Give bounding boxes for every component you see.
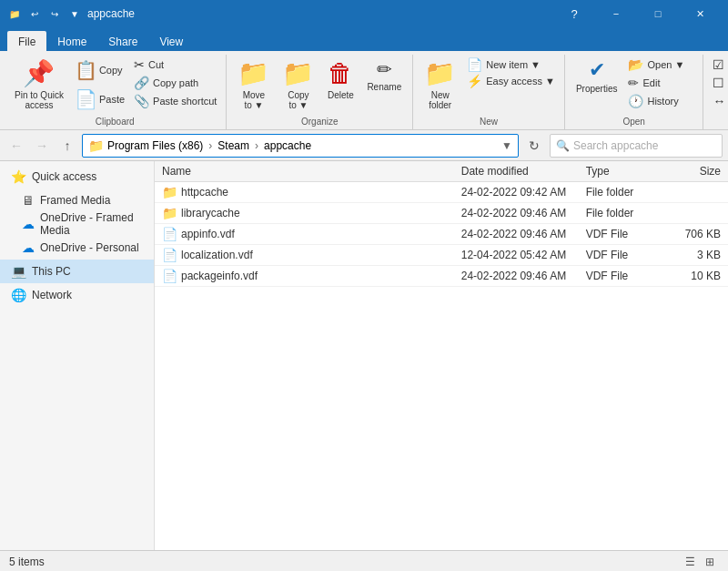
organize-content: 📁 Moveto ▼ 📁 Copyto ▼ 🗑 Delete ✏ Rename	[232, 55, 407, 115]
properties-button[interactable]: ✔ Properties	[571, 56, 623, 96]
address-dropdown-icon[interactable]: ▼	[501, 139, 512, 152]
title-bar: 📁 ↩ ↪ ▼ appcache ? − □ ✕	[0, 0, 728, 27]
pin-to-quick-access-button[interactable]: 📌 Pin to Quickaccess	[9, 56, 69, 112]
sidebar-item-framed-media[interactable]: 🖥 Framed Media	[0, 189, 154, 212]
file-name: localization.vdf	[181, 249, 253, 261]
sidebar-item-onedrive-framed[interactable]: ☁ OneDrive - Framed Media	[0, 212, 154, 236]
star-icon: ⭐	[11, 169, 26, 184]
tab-view[interactable]: View	[148, 31, 194, 51]
sidebar-item-network[interactable]: 🌐 Network	[0, 283, 154, 307]
easy-access-button[interactable]: ⚡ Easy access ▼	[463, 73, 559, 89]
sidebar-label-onedrive-framed: OneDrive - Framed Media	[40, 211, 147, 237]
maximize-button[interactable]: □	[637, 0, 679, 27]
ribbon-group-new: 📁 Newfolder 📄 New item ▼ ⚡ Easy access ▼…	[413, 55, 565, 129]
copy-label: Copy	[99, 65, 123, 76]
ribbon-group-organize: 📁 Moveto ▼ 📁 Copyto ▼ 🗑 Delete ✏ Rename …	[227, 55, 413, 129]
address-sep-2: ›	[255, 139, 258, 152]
new-folder-label: Newfolder	[429, 90, 451, 110]
table-row[interactable]: 📄 appinfo.vdf 24-02-2022 09:46 AM VDF Fi…	[155, 224, 728, 245]
large-icons-view-button[interactable]: ⊞	[701, 554, 719, 570]
sidebar-item-onedrive-personal[interactable]: ☁ OneDrive - Personal	[0, 236, 154, 260]
title-right: ? − □ ✕	[553, 0, 721, 27]
invert-selection-button[interactable]: ↔ Invert selection	[709, 93, 728, 109]
file-type: VDF File	[579, 245, 669, 266]
properties-icon: ✔	[589, 58, 605, 82]
back-button[interactable]: ←	[5, 135, 27, 157]
copy-button[interactable]: 📋 Copy	[71, 56, 128, 84]
new-item-wrapper: 📄 New item ▼ ⚡ Easy access ▼	[463, 56, 559, 89]
paste-shortcut-button[interactable]: 📎 Paste shortcut	[130, 93, 220, 109]
table-row[interactable]: 📁 httpcache 24-02-2022 09:42 AM File fol…	[155, 182, 728, 203]
table-row[interactable]: 📄 packageinfo.vdf 24-02-2022 09:46 AM VD…	[155, 266, 728, 287]
delete-icon: 🗑	[328, 58, 353, 88]
col-date[interactable]: Date modified	[454, 161, 579, 182]
table-row[interactable]: 📄 localization.vdf 12-04-2022 05:42 AM V…	[155, 245, 728, 266]
sidebar: ⭐ Quick access 🖥 Framed Media ☁ OneDrive…	[0, 161, 155, 550]
new-folder-button[interactable]: 📁 Newfolder	[419, 56, 461, 112]
col-type[interactable]: Type	[579, 161, 669, 182]
title-undo-icon[interactable]: ↩	[27, 6, 42, 21]
easy-access-icon: ⚡	[467, 75, 482, 87]
cut-button[interactable]: ✂ Cut	[130, 56, 220, 73]
sidebar-item-quick-access[interactable]: ⭐ Quick access	[0, 165, 154, 189]
title-redo-icon[interactable]: ↪	[47, 6, 62, 21]
new-item-label: New item ▼	[486, 59, 541, 70]
forward-button[interactable]: →	[31, 135, 53, 157]
file-name: httpcache	[181, 186, 228, 199]
status-bar: 5 items ☰ ⊞	[0, 550, 728, 571]
details-view-button[interactable]: ☰	[681, 554, 699, 570]
paste-button[interactable]: 📄 Paste	[71, 86, 128, 113]
ribbon-group-clipboard: 📌 Pin to Quickaccess 📋 Copy 📄 Paste ✂ Cu…	[4, 55, 227, 129]
search-bar[interactable]: 🔍 Search appcache	[550, 134, 723, 158]
sidebar-item-this-pc[interactable]: 💻 This PC	[0, 260, 154, 283]
header-row: Name Date modified Type Size	[155, 161, 728, 182]
file-type: VDF File	[579, 224, 669, 245]
tab-file[interactable]: File	[7, 31, 46, 51]
move-to-button[interactable]: 📁 Moveto ▼	[232, 56, 275, 112]
title-down-icon[interactable]: ▼	[67, 6, 82, 21]
framed-media-icon: 🖥	[22, 193, 35, 208]
history-button[interactable]: 🕐 History	[624, 93, 697, 109]
select-none-icon: ☐	[713, 76, 724, 89]
sidebar-label-onedrive-personal: OneDrive - Personal	[40, 241, 139, 254]
new-item-icon: 📄	[467, 58, 482, 71]
col-size[interactable]: Size	[668, 161, 728, 182]
close-button[interactable]: ✕	[679, 0, 721, 27]
refresh-button[interactable]: ↻	[522, 134, 546, 158]
file-date: 24-02-2022 09:46 AM	[454, 224, 579, 245]
item-count: 5 items	[9, 556, 45, 568]
rename-button[interactable]: ✏ Rename	[361, 56, 407, 94]
tab-home[interactable]: Home	[46, 31, 97, 51]
copy-path-button[interactable]: 🔗 Copy path	[130, 75, 220, 91]
file-table-body: 📁 httpcache 24-02-2022 09:42 AM File fol…	[155, 182, 728, 287]
file-name: appinfo.vdf	[181, 228, 235, 240]
sidebar-label-network: Network	[32, 289, 72, 301]
this-pc-icon: 💻	[11, 264, 26, 279]
search-placeholder: Search appcache	[573, 139, 658, 152]
delete-button[interactable]: 🗑 Delete	[321, 56, 359, 102]
delete-label: Delete	[328, 90, 354, 100]
file-type: File folder	[579, 203, 669, 224]
file-date: 24-02-2022 09:46 AM	[454, 203, 579, 224]
copy-path-label: Copy path	[153, 77, 198, 88]
rename-label: Rename	[367, 82, 401, 92]
open-dropdown-button[interactable]: 📂 Open ▼	[624, 56, 697, 73]
edit-button[interactable]: ✏ Edit	[624, 75, 697, 91]
up-button[interactable]: ↑	[56, 135, 78, 157]
copy-to-button[interactable]: 📁 Copyto ▼	[277, 56, 319, 112]
address-bar[interactable]: 📁 Program Files (x86) › Steam › appcache…	[82, 134, 519, 158]
minimize-button[interactable]: −	[595, 0, 637, 27]
col-name[interactable]: Name	[155, 161, 454, 182]
file-size	[668, 182, 728, 203]
file-name: librarycache	[181, 207, 240, 219]
table-row[interactable]: 📁 librarycache 24-02-2022 09:46 AM File …	[155, 203, 728, 224]
view-toggle-buttons: ☰ ⊞	[681, 554, 719, 570]
clipboard-extra-buttons: ✂ Cut 🔗 Copy path 📎 Paste shortcut	[130, 56, 220, 109]
help-button[interactable]: ?	[553, 0, 595, 27]
cut-label: Cut	[148, 59, 164, 70]
new-item-button[interactable]: 📄 New item ▼	[463, 56, 559, 73]
cut-icon: ✂	[134, 58, 145, 71]
select-none-button[interactable]: ☐ Select none	[709, 75, 728, 91]
tab-share[interactable]: Share	[97, 31, 148, 51]
select-all-button[interactable]: ☑ Select all	[709, 56, 728, 73]
